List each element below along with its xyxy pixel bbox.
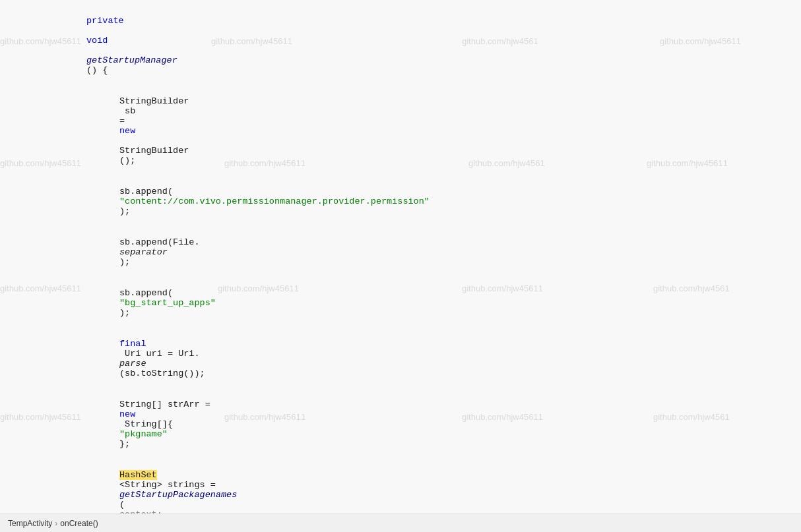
breadcrumb-bar: TempActivity › onCreate() xyxy=(0,514,801,532)
code-container: github.com/hjw45611 github.com/hjw45611 … xyxy=(0,0,801,532)
method-getStartupManager: getStartupManager xyxy=(86,55,177,65)
code-line-4: sb.append(File. separator ); xyxy=(0,227,801,278)
highlight-hashset-1: HashSet xyxy=(119,470,157,480)
code-line-1: private void getStartupManager () { xyxy=(0,5,801,86)
kw-void: void xyxy=(86,36,108,45)
breadcrumb-separator: › xyxy=(55,519,57,528)
code-line-3: sb.append( "content://com.vivo.permissio… xyxy=(0,176,801,227)
code-line-2: StringBuilder sb = new StringBuilder (); xyxy=(0,86,801,176)
code-area: github.com/hjw45611 github.com/hjw45611 … xyxy=(0,0,801,532)
kw-private: private xyxy=(86,16,124,26)
code-line-6: final Uri uri = Uri. parse (sb.toString(… xyxy=(0,328,801,389)
breadcrumb-class: TempActivity xyxy=(8,519,52,528)
code-line-7: String[] strArr = new String[]{ "pkgname… xyxy=(0,389,801,459)
code-line-5: sb.append( "bg_start_up_apps" ); xyxy=(0,278,801,328)
breadcrumb-method: onCreate() xyxy=(60,519,98,528)
